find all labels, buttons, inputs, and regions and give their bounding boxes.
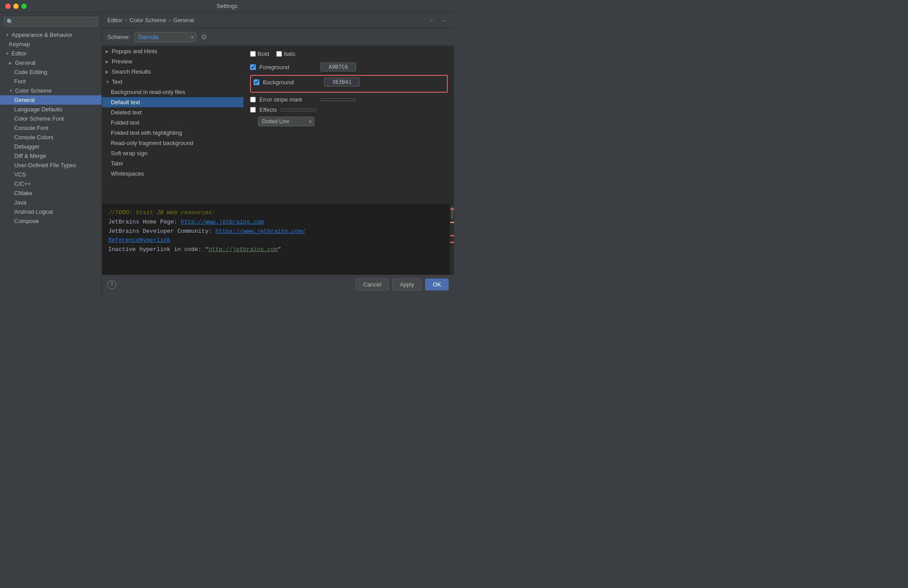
scrollbar[interactable] [450, 204, 454, 274]
italic-checkbox[interactable] [276, 51, 282, 57]
tree-item-preview[interactable]: ▶ Preview [102, 56, 243, 67]
sidebar-item-cmake[interactable]: CMake [0, 188, 102, 198]
inactive-hyperlink-end: " [278, 246, 281, 253]
sidebar-item-label: Debugger [14, 143, 39, 150]
sidebar-item-general[interactable]: ▶ General [0, 58, 102, 67]
effects-dropdown-wrapper: Dotted Line Underscored Bold Underscored… [258, 117, 314, 126]
sidebar-item-label: Language Defaults [14, 106, 63, 113]
sidebar-item-editor[interactable]: ▼ Editor [0, 49, 102, 58]
breadcrumb-part-0: Editor [107, 17, 122, 24]
dev-community-text: JetBrains Developer Community: [108, 228, 215, 235]
tree-item-soft-wrap[interactable]: Soft wrap sign [102, 148, 243, 158]
sidebar-item-java[interactable]: Java [0, 198, 102, 207]
tree-item-popups-hints[interactable]: ▶ Popups and Hints [102, 46, 243, 56]
sidebar-item-appearance-behavior[interactable]: ▼ Appearance & Behavior [0, 30, 102, 39]
tree-item-label: Preview [112, 58, 132, 65]
window-controls [5, 4, 27, 9]
sidebar-item-compose[interactable]: Compose [0, 216, 102, 226]
sidebar-item-font[interactable]: Font [0, 77, 102, 86]
sidebar-item-console-colors[interactable]: Console Colors [0, 133, 102, 142]
sidebar-item-label: Console Colors [14, 134, 54, 141]
effects-checkbox[interactable] [250, 107, 256, 113]
sidebar-item-label: Console Font [14, 125, 48, 131]
sidebar-item-cplusplus[interactable]: C/C++ [0, 179, 102, 188]
scheme-settings-button[interactable]: ⚙ [201, 33, 207, 41]
tree-item-label: Background in read-only files [111, 89, 185, 95]
sidebar-item-keymap[interactable]: Keymap [0, 39, 102, 49]
back-button[interactable]: ← [427, 17, 437, 24]
bold-checkbox[interactable] [250, 51, 256, 57]
sidebar-item-label: User-Defined File Types [14, 162, 76, 169]
ok-button[interactable]: OK [425, 278, 449, 290]
sidebar-item-general-color[interactable]: General [0, 95, 102, 105]
tree-item-folded-text[interactable]: Folded text [102, 118, 243, 128]
effects-type-dropdown[interactable]: Dotted Line Underscored Bold Underscored… [258, 117, 314, 126]
error-stripe-swatch[interactable] [321, 98, 356, 101]
error-stripe-checkbox[interactable] [250, 97, 256, 102]
chevron-down-icon: ▼ [106, 80, 110, 84]
sidebar-item-label: Compose [14, 218, 39, 224]
error-stripe-row: Error stripe mark [250, 96, 448, 103]
background-checkbox[interactable] [254, 79, 259, 85]
preview-line-4: ReferenceHyperlink [108, 236, 448, 245]
scheme-dropdown[interactable]: Darcula Default High Contrast [134, 32, 196, 42]
dev-community-link[interactable]: https://www.jetbrains.com/ [215, 228, 305, 235]
tree-item-default-text[interactable]: Default text [102, 97, 243, 107]
sidebar-item-android-logcat[interactable]: Android Logcat [0, 207, 102, 216]
sidebar-item-label: Font [14, 78, 26, 85]
todo-comment: //TODO: Visit JB Web resources: [108, 209, 215, 216]
sidebar-item-language-defaults[interactable]: Language Defaults [0, 105, 102, 114]
preview-line-5: Inactive hyperlink in code: "http://jetb… [108, 245, 448, 255]
sidebar-item-diff-merge[interactable]: Diff & Merge [0, 151, 102, 161]
tree-item-tabs[interactable]: Tabs [102, 158, 243, 169]
chevron-down-icon: ▼ [5, 51, 10, 56]
maximize-button[interactable] [21, 4, 27, 9]
inactive-hyperlink-text: Inactive hyperlink in code: " [108, 246, 208, 253]
sidebar-item-console-font[interactable]: Console Font [0, 123, 102, 133]
tree-item-label: Default text [111, 99, 140, 106]
chevron-down-icon: ▼ [9, 89, 13, 93]
scheme-select-wrapper: Darcula Default High Contrast [134, 32, 196, 42]
search-input[interactable] [4, 17, 98, 27]
sidebar-item-user-defined-file-types[interactable]: User-Defined File Types [0, 161, 102, 170]
tree-item-read-only-fragment[interactable]: Read-only fragment background [102, 138, 243, 148]
foreground-checkbox[interactable] [250, 64, 256, 70]
forward-button[interactable]: → [439, 17, 449, 24]
tree-item-label: Read-only fragment background [111, 140, 193, 146]
sidebar-item-color-scheme-font[interactable]: Color Scheme Font [0, 114, 102, 123]
background-highlighted-row: Background 363B41 [250, 75, 448, 93]
reference-hyperlink[interactable]: ReferenceHyperlink [108, 237, 170, 243]
tree-item-label: Deleted text [111, 109, 141, 116]
tree-item-label: Tabs [111, 160, 123, 167]
tree-item-label: Search Results [112, 68, 151, 75]
style-checkboxes: Bold Italic [250, 51, 448, 57]
effects-swatch[interactable] [281, 109, 316, 111]
help-button[interactable]: ? [107, 280, 116, 289]
apply-button[interactable]: Apply [392, 278, 422, 290]
sidebar-item-color-scheme[interactable]: ▼ Color Scheme [0, 86, 102, 95]
tree-item-bg-read-only[interactable]: Background in read-only files [102, 87, 243, 97]
dotted-line-row: Dotted Line Underscored Bold Underscored… [250, 117, 448, 126]
sidebar-item-label: CMake [14, 190, 32, 196]
sidebar-item-label: General [14, 97, 35, 103]
background-swatch[interactable]: 363B41 [324, 78, 360, 86]
tree-item-label: Folded text [111, 119, 139, 126]
minimize-button[interactable] [13, 4, 19, 9]
breadcrumb-part-2: General [173, 17, 194, 24]
sidebar-item-label: Editor [12, 50, 27, 57]
jetbrains-home-link[interactable]: http://www.jetbrains.com [181, 219, 264, 225]
sidebar-item-debugger[interactable]: Debugger [0, 142, 102, 151]
settings-container: ▼ Appearance & Behavior Keymap ▼ Editor … [0, 12, 454, 294]
tree-item-text[interactable]: ▼ Text [102, 77, 243, 87]
effects-row: Effects [250, 106, 448, 113]
sidebar-item-code-editing[interactable]: Code Editing [0, 67, 102, 77]
cancel-button[interactable]: Cancel [356, 278, 388, 290]
tree-item-deleted-text[interactable]: Deleted text [102, 107, 243, 118]
foreground-swatch[interactable]: A9B7C6 [321, 63, 356, 71]
inactive-hyperlink-link[interactable]: http://jetbrains.com [208, 246, 278, 253]
tree-item-whitespaces[interactable]: Whitespaces [102, 169, 243, 179]
tree-item-folded-text-highlight[interactable]: Folded text with highlighting [102, 128, 243, 138]
close-button[interactable] [5, 4, 11, 9]
sidebar-item-vcs[interactable]: VCS [0, 170, 102, 179]
tree-item-search-results[interactable]: ▶ Search Results [102, 67, 243, 77]
